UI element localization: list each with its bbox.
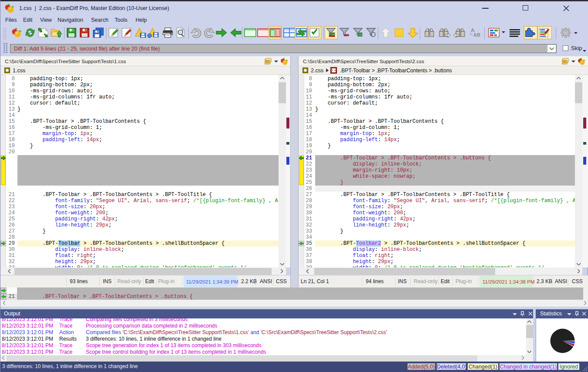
svg-text:AB: AB: [473, 32, 480, 37]
